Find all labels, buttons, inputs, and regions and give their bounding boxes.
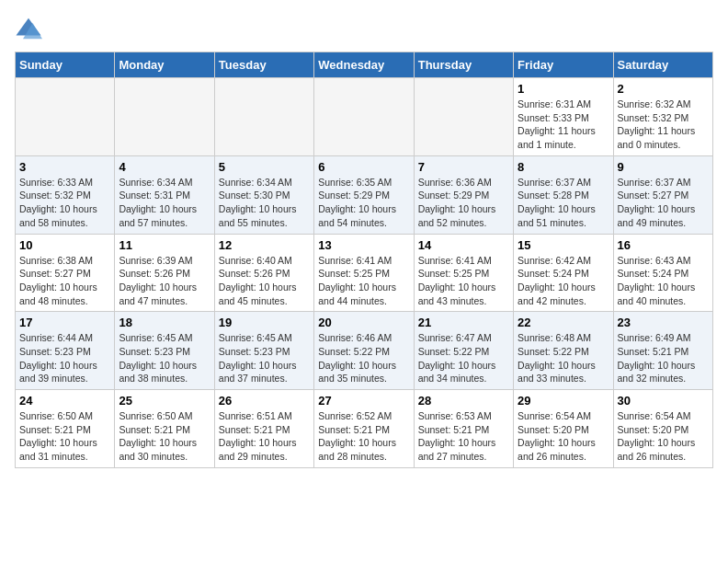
calendar-cell bbox=[314, 78, 414, 156]
day-number: 12 bbox=[219, 238, 310, 252]
cell-info: Sunrise: 6:35 AM Sunset: 5:29 PM Dayligh… bbox=[318, 176, 409, 230]
calendar-cell: 28Sunrise: 6:53 AM Sunset: 5:21 PM Dayli… bbox=[414, 390, 513, 468]
day-number: 11 bbox=[119, 238, 210, 252]
cell-info: Sunrise: 6:53 AM Sunset: 5:21 PM Dayligh… bbox=[418, 409, 509, 464]
calendar-cell: 1Sunrise: 6:31 AM Sunset: 5:33 PM Daylig… bbox=[514, 78, 613, 156]
cell-info: Sunrise: 6:34 AM Sunset: 5:31 PM Dayligh… bbox=[119, 176, 210, 230]
calendar-week-1: 1Sunrise: 6:31 AM Sunset: 5:33 PM Daylig… bbox=[16, 78, 713, 156]
calendar-cell: 16Sunrise: 6:43 AM Sunset: 5:24 PM Dayli… bbox=[613, 234, 712, 312]
day-number: 4 bbox=[119, 160, 210, 174]
calendar-cell: 12Sunrise: 6:40 AM Sunset: 5:26 PM Dayli… bbox=[214, 234, 313, 312]
cell-info: Sunrise: 6:54 AM Sunset: 5:20 PM Dayligh… bbox=[618, 409, 709, 464]
cell-info: Sunrise: 6:36 AM Sunset: 5:29 PM Dayligh… bbox=[418, 176, 509, 230]
cell-info: Sunrise: 6:33 AM Sunset: 5:32 PM Dayligh… bbox=[19, 176, 110, 230]
cell-info: Sunrise: 6:47 AM Sunset: 5:22 PM Dayligh… bbox=[418, 331, 509, 385]
day-number: 10 bbox=[19, 238, 110, 252]
calendar-cell: 3Sunrise: 6:33 AM Sunset: 5:32 PM Daylig… bbox=[16, 155, 115, 234]
day-number: 28 bbox=[418, 394, 509, 408]
logo bbox=[15, 15, 46, 42]
cell-info: Sunrise: 6:40 AM Sunset: 5:26 PM Dayligh… bbox=[219, 254, 310, 308]
page-header bbox=[15, 15, 713, 42]
day-number: 3 bbox=[19, 160, 110, 174]
calendar-cell bbox=[115, 78, 214, 156]
calendar-week-5: 24Sunrise: 6:50 AM Sunset: 5:21 PM Dayli… bbox=[16, 390, 713, 468]
cell-info: Sunrise: 6:51 AM Sunset: 5:21 PM Dayligh… bbox=[219, 409, 310, 464]
day-number: 7 bbox=[418, 160, 509, 174]
calendar-week-2: 3Sunrise: 6:33 AM Sunset: 5:32 PM Daylig… bbox=[16, 155, 713, 234]
day-header-tuesday: Tuesday bbox=[214, 52, 313, 78]
day-header-friday: Friday bbox=[514, 52, 613, 78]
day-number: 27 bbox=[318, 394, 409, 408]
cell-info: Sunrise: 6:48 AM Sunset: 5:22 PM Dayligh… bbox=[518, 331, 609, 385]
day-number: 1 bbox=[518, 82, 609, 96]
cell-info: Sunrise: 6:41 AM Sunset: 5:25 PM Dayligh… bbox=[318, 254, 409, 308]
calendar-cell: 11Sunrise: 6:39 AM Sunset: 5:26 PM Dayli… bbox=[115, 234, 214, 312]
calendar-cell: 21Sunrise: 6:47 AM Sunset: 5:22 PM Dayli… bbox=[414, 312, 513, 390]
calendar-cell: 7Sunrise: 6:36 AM Sunset: 5:29 PM Daylig… bbox=[414, 155, 513, 234]
cell-info: Sunrise: 6:50 AM Sunset: 5:21 PM Dayligh… bbox=[119, 409, 210, 464]
calendar-cell: 19Sunrise: 6:45 AM Sunset: 5:23 PM Dayli… bbox=[214, 312, 313, 390]
cell-info: Sunrise: 6:34 AM Sunset: 5:30 PM Dayligh… bbox=[219, 176, 310, 230]
day-number: 24 bbox=[19, 394, 110, 408]
cell-info: Sunrise: 6:38 AM Sunset: 5:27 PM Dayligh… bbox=[19, 254, 110, 308]
calendar-cell: 30Sunrise: 6:54 AM Sunset: 5:20 PM Dayli… bbox=[613, 390, 712, 468]
cell-info: Sunrise: 6:45 AM Sunset: 5:23 PM Dayligh… bbox=[219, 331, 310, 385]
calendar-cell: 18Sunrise: 6:45 AM Sunset: 5:23 PM Dayli… bbox=[115, 312, 214, 390]
calendar-week-3: 10Sunrise: 6:38 AM Sunset: 5:27 PM Dayli… bbox=[16, 234, 713, 312]
cell-info: Sunrise: 6:45 AM Sunset: 5:23 PM Dayligh… bbox=[119, 331, 210, 385]
day-number: 16 bbox=[618, 238, 709, 252]
day-header-saturday: Saturday bbox=[613, 52, 712, 78]
day-header-sunday: Sunday bbox=[16, 52, 115, 78]
day-number: 20 bbox=[318, 316, 409, 329]
calendar-cell: 27Sunrise: 6:52 AM Sunset: 5:21 PM Dayli… bbox=[314, 390, 414, 468]
calendar-cell bbox=[16, 78, 115, 156]
cell-info: Sunrise: 6:50 AM Sunset: 5:21 PM Dayligh… bbox=[19, 409, 110, 464]
day-number: 22 bbox=[518, 316, 609, 329]
cell-info: Sunrise: 6:44 AM Sunset: 5:23 PM Dayligh… bbox=[19, 331, 110, 385]
cell-info: Sunrise: 6:52 AM Sunset: 5:21 PM Dayligh… bbox=[318, 409, 409, 464]
cell-info: Sunrise: 6:46 AM Sunset: 5:22 PM Dayligh… bbox=[318, 331, 409, 385]
calendar-header: SundayMondayTuesdayWednesdayThursdayFrid… bbox=[16, 52, 713, 78]
calendar-cell: 13Sunrise: 6:41 AM Sunset: 5:25 PM Dayli… bbox=[314, 234, 414, 312]
cell-info: Sunrise: 6:43 AM Sunset: 5:24 PM Dayligh… bbox=[618, 254, 709, 308]
calendar-cell: 10Sunrise: 6:38 AM Sunset: 5:27 PM Dayli… bbox=[16, 234, 115, 312]
calendar-body: 1Sunrise: 6:31 AM Sunset: 5:33 PM Daylig… bbox=[16, 78, 713, 468]
day-number: 15 bbox=[518, 238, 609, 252]
calendar-cell: 23Sunrise: 6:49 AM Sunset: 5:21 PM Dayli… bbox=[613, 312, 712, 390]
calendar-cell: 9Sunrise: 6:37 AM Sunset: 5:27 PM Daylig… bbox=[613, 155, 712, 234]
day-number: 29 bbox=[518, 394, 609, 408]
calendar-cell: 6Sunrise: 6:35 AM Sunset: 5:29 PM Daylig… bbox=[314, 155, 414, 234]
day-number: 21 bbox=[418, 316, 509, 329]
day-header-wednesday: Wednesday bbox=[314, 52, 414, 78]
cell-info: Sunrise: 6:37 AM Sunset: 5:28 PM Dayligh… bbox=[518, 176, 609, 230]
day-number: 23 bbox=[618, 316, 709, 329]
calendar-cell: 22Sunrise: 6:48 AM Sunset: 5:22 PM Dayli… bbox=[514, 312, 613, 390]
day-number: 8 bbox=[518, 160, 609, 174]
calendar-cell: 15Sunrise: 6:42 AM Sunset: 5:24 PM Dayli… bbox=[514, 234, 613, 312]
day-header-thursday: Thursday bbox=[414, 52, 513, 78]
cell-info: Sunrise: 6:49 AM Sunset: 5:21 PM Dayligh… bbox=[618, 331, 709, 385]
day-number: 30 bbox=[618, 394, 709, 408]
calendar-cell: 29Sunrise: 6:54 AM Sunset: 5:20 PM Dayli… bbox=[514, 390, 613, 468]
day-number: 25 bbox=[119, 394, 210, 408]
calendar-cell: 14Sunrise: 6:41 AM Sunset: 5:25 PM Dayli… bbox=[414, 234, 513, 312]
calendar-cell: 24Sunrise: 6:50 AM Sunset: 5:21 PM Dayli… bbox=[16, 390, 115, 468]
calendar-table: SundayMondayTuesdayWednesdayThursdayFrid… bbox=[15, 52, 713, 468]
cell-info: Sunrise: 6:32 AM Sunset: 5:32 PM Dayligh… bbox=[618, 98, 709, 152]
day-number: 26 bbox=[219, 394, 310, 408]
cell-info: Sunrise: 6:41 AM Sunset: 5:25 PM Dayligh… bbox=[418, 254, 509, 308]
calendar-cell: 25Sunrise: 6:50 AM Sunset: 5:21 PM Dayli… bbox=[115, 390, 214, 468]
cell-info: Sunrise: 6:54 AM Sunset: 5:20 PM Dayligh… bbox=[518, 409, 609, 464]
day-header-monday: Monday bbox=[115, 52, 214, 78]
day-number: 13 bbox=[318, 238, 409, 252]
cell-info: Sunrise: 6:42 AM Sunset: 5:24 PM Dayligh… bbox=[518, 254, 609, 308]
calendar-cell: 4Sunrise: 6:34 AM Sunset: 5:31 PM Daylig… bbox=[115, 155, 214, 234]
day-number: 17 bbox=[19, 316, 110, 329]
calendar-cell bbox=[414, 78, 513, 156]
day-number: 14 bbox=[418, 238, 509, 252]
day-number: 18 bbox=[119, 316, 210, 329]
calendar-cell bbox=[214, 78, 313, 156]
calendar-cell: 5Sunrise: 6:34 AM Sunset: 5:30 PM Daylig… bbox=[214, 155, 313, 234]
cell-info: Sunrise: 6:31 AM Sunset: 5:33 PM Dayligh… bbox=[518, 98, 609, 152]
cell-info: Sunrise: 6:37 AM Sunset: 5:27 PM Dayligh… bbox=[618, 176, 709, 230]
